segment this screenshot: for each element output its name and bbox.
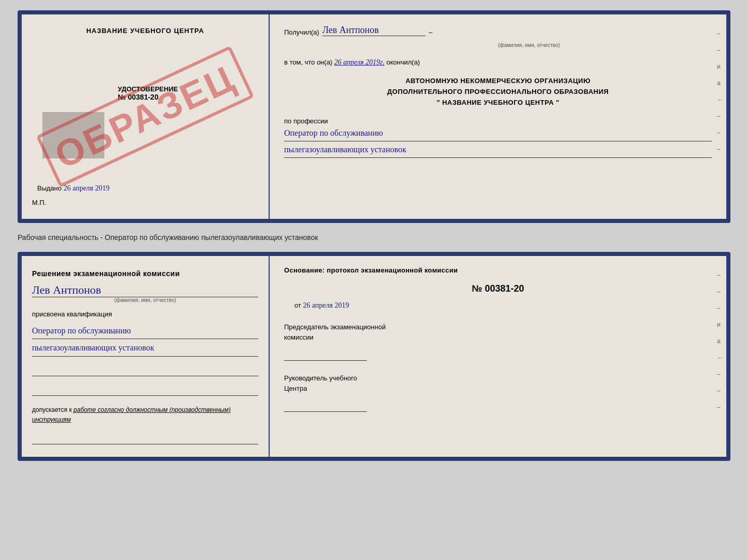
profession-line2: пылегазоулавливающих установок — [284, 142, 712, 158]
blank-line-2 — [32, 383, 258, 396]
chairman-sign-line — [284, 350, 367, 361]
person-name: Лев Антпонов — [322, 25, 379, 35]
received-line: Получил(а) Лев Антпонов – — [284, 25, 712, 36]
allowed-text-block: допускается к работе согласно должностны… — [32, 405, 258, 425]
protocol-date: от 26 апреля 2019 — [284, 301, 712, 310]
middle-label: Рабочая специальность - Оператор по обсл… — [18, 231, 730, 244]
cert-photo-box — [42, 112, 104, 158]
issued-line: Выдано 26 апреля 2019 — [37, 184, 258, 193]
bottom-document: Решением экзаменационной комиссии Лев Ан… — [18, 252, 730, 461]
blank-line-1 — [32, 364, 258, 376]
bottom-person-name: Лев Антпонов — [32, 283, 101, 296]
assigned-qual-label: присвоена квалификация — [32, 310, 258, 318]
received-label: Получил(а) — [284, 28, 319, 36]
org-line2: ДОПОЛНИТЕЛЬНОГО ПРОФЕССИОНАЛЬНОГО ОБРАЗО… — [387, 88, 609, 95]
dash1: – — [429, 28, 432, 36]
fact-date: 26 апреля 2019г. — [334, 58, 384, 66]
fact-line: в том, что он(а) 26 апреля 2019г. окончи… — [284, 58, 712, 67]
mp-label: М.П. — [32, 199, 258, 206]
issued-label: Выдано — [37, 184, 61, 192]
director-line2: Центра — [284, 385, 307, 392]
chairman-line2: комиссии — [284, 333, 314, 341]
bottom-doc-left: Решением экзаменационной комиссии Лев Ан… — [22, 256, 270, 457]
profession-line1: Оператор по обслуживанию — [284, 126, 712, 141]
profession-label: по профессии — [284, 117, 328, 125]
finished-label: окончил(а) — [386, 58, 420, 66]
date-value: 26 апреля 2019 — [303, 301, 349, 309]
bottom-right-side-marks: – – – и а ← – – – — [717, 271, 723, 411]
blank-line-bottom — [32, 432, 258, 444]
director-sign-line — [284, 402, 367, 412]
bottom-fio-subtext: (фамилия, имя, отчество) — [32, 297, 258, 303]
qual-line1: Оператор по обслуживанию — [32, 323, 258, 339]
org-line1: АВТОНОМНУЮ НЕКОММЕРЧЕСКУЮ ОРГАНИЗАЦИЮ — [406, 77, 590, 85]
basis-title: Основание: протокол экзаменационной коми… — [284, 266, 712, 274]
school-name-top: НАЗВАНИЕ УЧЕБНОГО ЦЕНТРА — [32, 27, 258, 35]
date-prefix: от — [294, 301, 301, 309]
bottom-doc-right: Основание: протокол экзаменационной коми… — [270, 256, 726, 457]
top-doc-left: НАЗВАНИЕ УЧЕБНОГО ЦЕНТРА ОБРАЗЕЦ УДОСТОВ… — [22, 14, 270, 219]
top-right-side-marks: – – и а ← – – – — [717, 30, 723, 153]
top-doc-right: Получил(а) Лев Антпонов – (фамилия, имя,… — [270, 14, 726, 219]
chairman-line1: Председатель экзаменационной — [284, 323, 386, 331]
cert-label: УДОСТОВЕРЕНИЕ — [118, 85, 178, 93]
commission-title: Решением экзаменационной комиссии — [32, 268, 258, 279]
protocol-number: № 00381-20 — [284, 283, 712, 294]
issued-date: 26 апреля 2019 — [64, 184, 110, 192]
qual-block: Оператор по обслуживанию пылегазоулавлив… — [32, 322, 258, 357]
person-name-field: Лев Антпонов — [322, 25, 426, 36]
org-block: АВТОНОМНУЮ НЕКОММЕРЧЕСКУЮ ОРГАНИЗАЦИЮ ДО… — [284, 76, 712, 108]
chairman-label: Председатель экзаменационной комиссии — [284, 322, 712, 342]
cert-number: № 00381-20 — [118, 93, 178, 101]
director-label: Руководитель учебного Центра — [284, 373, 712, 393]
top-document: НАЗВАНИЕ УЧЕБНОГО ЦЕНТРА ОБРАЗЕЦ УДОСТОВ… — [18, 10, 730, 223]
fact-label: в том, что он(а) — [284, 58, 332, 66]
profession-block: по профессии Оператор по обслуживанию пы… — [284, 117, 712, 158]
director-line1: Руководитель учебного — [284, 374, 357, 382]
bottom-person-name-block: Лев Антпонов (фамилия, имя, отчество) — [32, 283, 258, 303]
fio-subtext-top: (фамилия, имя, отчество) — [346, 42, 712, 48]
org-line3: " НАЗВАНИЕ УЧЕБНОГО ЦЕНТРА " — [437, 99, 559, 106]
cert-area: УДОСТОВЕРЕНИЕ № 00381-20 — [32, 81, 258, 164]
qual-line2: пылегазоулавливающих установок — [32, 340, 258, 356]
allowed-prefix: допускается к — [32, 406, 72, 413]
